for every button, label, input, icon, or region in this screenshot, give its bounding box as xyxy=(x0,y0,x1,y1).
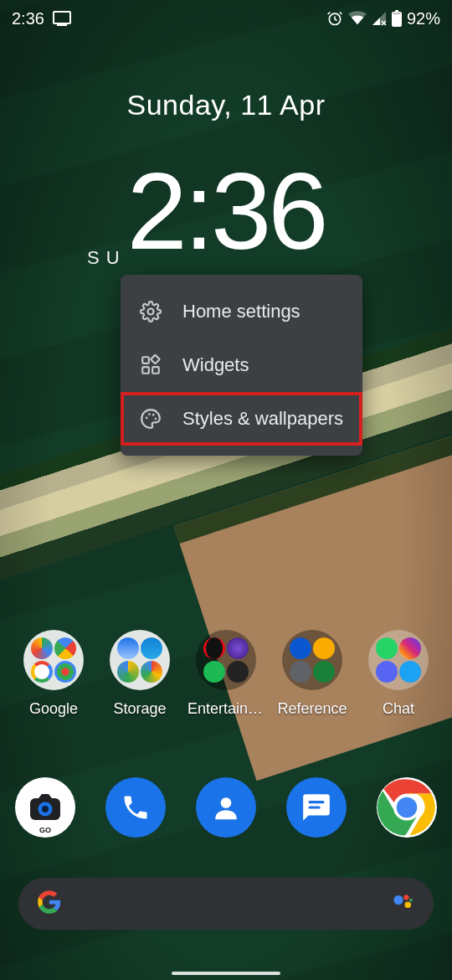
app-icon xyxy=(376,637,398,659)
alarm-icon xyxy=(326,10,343,27)
palette-icon xyxy=(139,407,162,431)
folder-entertainment[interactable]: Entertainment xyxy=(187,630,265,718)
folder-preview xyxy=(196,630,256,690)
svg-point-11 xyxy=(146,417,148,420)
app-icon xyxy=(117,661,139,683)
google-search-bar[interactable] xyxy=(18,878,434,930)
app-icon xyxy=(290,661,311,683)
dock-app-contacts[interactable] xyxy=(196,777,256,838)
folder-preview xyxy=(110,630,170,690)
app-icon xyxy=(313,661,335,683)
svg-rect-4 xyxy=(395,10,398,13)
app-icon xyxy=(227,637,249,659)
assistant-icon[interactable] xyxy=(390,890,415,918)
svg-point-24 xyxy=(393,895,403,905)
app-icon xyxy=(31,637,53,659)
folder-reference[interactable]: Reference xyxy=(274,630,351,718)
svg-rect-7 xyxy=(142,357,149,364)
clock-widget-date: Sunday, 11 Apr xyxy=(0,89,452,121)
app-icon xyxy=(313,637,335,659)
svg-rect-9 xyxy=(152,367,159,374)
app-icon xyxy=(141,661,162,683)
svg-rect-5 xyxy=(393,13,400,14)
clock-widget-time: 2:36 xyxy=(0,157,452,266)
folder-chat[interactable]: Chat xyxy=(360,630,437,718)
svg-point-13 xyxy=(152,414,155,416)
svg-point-23 xyxy=(397,797,418,818)
svg-rect-19 xyxy=(309,801,325,803)
folder-row: Google Storage Entertainment Reference xyxy=(15,630,437,718)
folder-label: Storage xyxy=(113,700,166,718)
app-icon xyxy=(203,661,225,683)
menu-item-label: Styles & wallpapers xyxy=(182,408,343,430)
svg-rect-0 xyxy=(54,12,70,23)
svg-point-27 xyxy=(409,899,413,902)
folder-storage[interactable]: Storage xyxy=(101,630,178,718)
app-icon xyxy=(290,637,311,659)
folder-preview xyxy=(23,630,84,690)
signal-icon xyxy=(372,11,387,26)
dock-app-caption: GO xyxy=(39,826,51,834)
cast-icon xyxy=(53,11,71,26)
menu-item-home-settings[interactable]: Home settings xyxy=(121,285,362,338)
dock-app-camera[interactable]: GO xyxy=(15,777,75,838)
svg-point-14 xyxy=(155,418,157,420)
menu-item-styles-wallpapers[interactable]: Styles & wallpapers xyxy=(121,392,362,446)
app-icon xyxy=(31,661,53,683)
folder-google[interactable]: Google xyxy=(15,630,92,718)
navigation-handle[interactable] xyxy=(172,972,280,975)
menu-item-widgets[interactable]: Widgets xyxy=(121,338,362,392)
dock-app-messages[interactable] xyxy=(286,777,347,838)
folder-preview xyxy=(282,630,342,690)
dock-app-phone[interactable] xyxy=(105,777,166,838)
svg-rect-20 xyxy=(309,806,321,808)
clock-widget-subtext: SU xyxy=(87,247,126,269)
status-bar-time: 2:36 xyxy=(12,9,44,28)
gear-icon xyxy=(139,300,162,323)
svg-rect-8 xyxy=(142,367,149,374)
app-icon xyxy=(117,637,139,659)
dock-app-chrome[interactable] xyxy=(377,777,437,838)
app-icon xyxy=(203,637,225,659)
app-icon xyxy=(141,637,162,659)
battery-icon xyxy=(392,10,402,27)
clock-widget[interactable]: Sunday, 11 Apr 2:36 xyxy=(0,89,452,266)
status-bar-battery-percent: 92% xyxy=(407,9,440,28)
folder-label: Reference xyxy=(277,700,347,718)
app-icon xyxy=(54,637,76,659)
folder-label: Google xyxy=(29,700,78,718)
app-icon xyxy=(54,661,76,683)
app-icon xyxy=(227,661,249,683)
svg-point-18 xyxy=(221,797,232,808)
dock: GO xyxy=(15,777,437,838)
wifi-icon xyxy=(348,11,367,26)
svg-point-25 xyxy=(403,895,408,900)
svg-point-26 xyxy=(405,901,412,908)
status-bar: 2:36 xyxy=(0,0,452,37)
folder-label: Chat xyxy=(383,700,414,718)
google-g-icon xyxy=(37,890,62,918)
home-context-menu: Home settings Widgets Styles & wallpaper… xyxy=(121,275,362,456)
app-icon xyxy=(399,661,421,683)
svg-point-17 xyxy=(42,806,49,812)
app-icon xyxy=(376,661,398,683)
app-icon xyxy=(399,637,421,659)
widgets-icon xyxy=(139,353,162,377)
svg-point-6 xyxy=(148,309,154,315)
menu-item-label: Widgets xyxy=(182,354,249,376)
svg-point-12 xyxy=(148,413,151,415)
svg-rect-10 xyxy=(151,355,160,364)
folder-preview xyxy=(368,630,429,690)
menu-item-label: Home settings xyxy=(182,301,300,322)
folder-label: Entertainment xyxy=(187,700,265,718)
